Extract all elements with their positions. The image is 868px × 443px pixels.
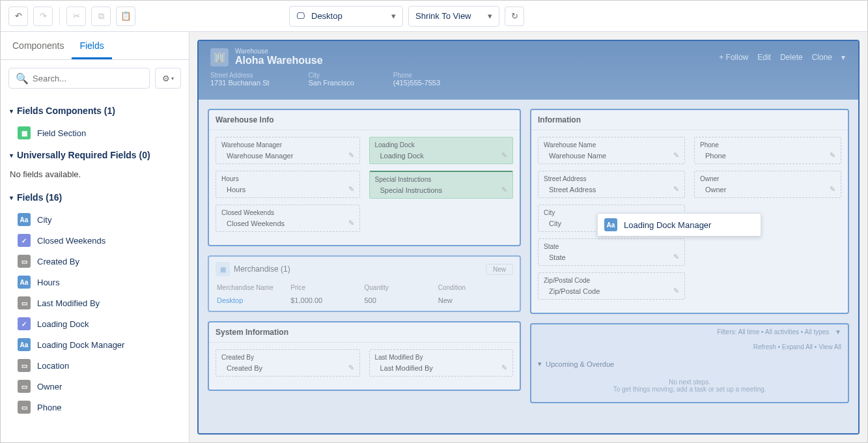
settings-button[interactable]: ⚙ ▾ — [155, 68, 181, 89]
field-last-modified-by[interactable]: Last Modified By Last Modified By✎ — [369, 349, 514, 377]
edit-icon[interactable]: ✎ — [501, 186, 507, 194]
sidebar-field-phone[interactable]: ▭Phone — [8, 397, 181, 418]
card-activity[interactable]: Filters: All time • All activities • All… — [530, 323, 849, 403]
copy-button[interactable]: ⧉ — [91, 7, 111, 26]
sidebar-field-loading-dock[interactable]: ✓Loading Dock — [8, 313, 181, 334]
upcoming-overdue[interactable]: ▾ Upcoming & Overdue — [531, 354, 848, 373]
text-field-icon: Aa — [604, 218, 617, 231]
edit-icon[interactable]: ✎ — [673, 253, 679, 261]
clone-button[interactable]: Clone — [812, 53, 832, 62]
edit-button[interactable]: Edit — [757, 53, 771, 62]
chevron-down-icon: ▾ — [538, 360, 542, 368]
chevron-down-icon: ▾ — [10, 107, 13, 115]
field-closed-weekends[interactable]: Closed WeekendsClosed Weekends✎ — [216, 205, 360, 232]
chevron-down-icon: ▾ — [391, 11, 396, 21]
field-hours[interactable]: HoursHours✎ — [216, 171, 360, 198]
section-fields-components[interactable]: ▾ Fields Components (1) — [8, 99, 181, 122]
sidebar-item-field-section[interactable]: ▦ Field Section — [8, 122, 181, 143]
tab-components[interactable]: Components — [5, 32, 72, 59]
field-type-icon: ✓ — [18, 234, 31, 247]
edit-icon[interactable]: ✎ — [673, 185, 679, 193]
tab-fields[interactable]: Fields — [72, 32, 111, 59]
device-select[interactable]: 🖵 Desktop ▾ — [289, 6, 403, 27]
field-state[interactable]: StateState✎ — [538, 238, 685, 266]
field-warehouse-manager[interactable]: Warehouse ManagerWarehouse Manager✎ — [216, 137, 360, 164]
monitor-icon: 🖵 — [296, 11, 305, 21]
search-input-wrapper: 🔍 — [8, 68, 150, 89]
merchandise-icon: ▦ — [216, 262, 230, 276]
field-type-icon: ▭ — [18, 401, 31, 414]
sidebar-field-last-modified-by[interactable]: ▭Last Modified By — [8, 293, 181, 313]
undo-button[interactable]: ↶ — [8, 7, 28, 26]
redo-button[interactable]: ↷ — [33, 7, 53, 26]
top-toolbar: ↶ ↷ ✂ ⧉ 📋 🖵 Desktop ▾ Shrink To View ▾ ↻ — [1, 1, 867, 32]
filter-icon[interactable]: ▼ — [835, 328, 841, 336]
edit-icon[interactable]: ✎ — [501, 364, 507, 372]
edit-icon[interactable]: ✎ — [348, 364, 354, 372]
field-type-icon: ▭ — [18, 255, 31, 268]
delete-button[interactable]: Delete — [780, 53, 803, 62]
drag-chip-loading-dock-manager[interactable]: Aa Loading Dock Manager — [597, 213, 761, 236]
activity-empty-title: No next steps. — [538, 379, 841, 386]
edit-icon[interactable]: ✎ — [348, 185, 354, 193]
zoom-label: Shrink To View — [415, 11, 471, 21]
field-street-address[interactable]: Street AddressStreet Address✎ — [538, 171, 685, 198]
section-required-fields[interactable]: ▾ Universally Required Fields (0) — [8, 143, 181, 167]
zoom-select[interactable]: Shrink To View ▾ — [408, 6, 499, 27]
sidebar-field-owner[interactable]: ▭Owner — [8, 376, 181, 397]
edit-icon[interactable]: ✎ — [673, 151, 679, 160]
sidebar-field-closed-weekends[interactable]: ✓Closed Weekends — [8, 230, 181, 251]
field-loading-dock[interactable]: Loading DockLoading Dock✎ — [369, 137, 514, 164]
edit-icon[interactable]: ✎ — [830, 151, 835, 160]
record-header: 🏢 Warehouse Aloha Warehouse + Follow Edi… — [199, 41, 858, 100]
field-special-instructions[interactable]: Special InstructionsSpecial Instructions… — [369, 171, 514, 199]
object-type: Warehouse — [235, 48, 323, 55]
gear-icon: ⚙ — [162, 74, 170, 83]
sidebar: Components Fields 🔍 ⚙ ▾ ▾ Fields Compone… — [1, 32, 189, 442]
edit-icon[interactable]: ✎ — [348, 151, 354, 160]
paste-button[interactable]: 📋 — [116, 7, 135, 26]
chevron-down-icon: ▾ — [10, 152, 13, 159]
edit-icon[interactable]: ✎ — [348, 219, 354, 227]
sidebar-field-created-by[interactable]: ▭Created By — [8, 251, 181, 272]
follow-button[interactable]: + Follow — [719, 53, 748, 62]
activity-filters[interactable]: Filters: All time • All activities • All… — [717, 328, 829, 336]
field-owner[interactable]: OwnerOwner✎ — [694, 171, 841, 198]
drag-chip-label: Loading Dock Manager — [624, 220, 711, 230]
section-fields[interactable]: ▾ Fields (16) — [8, 186, 181, 209]
field-section-icon: ▦ — [18, 126, 31, 139]
field-type-icon: ▭ — [18, 296, 31, 309]
field-type-icon: ▭ — [18, 380, 31, 393]
card-system-info[interactable]: System Information Created By Created By… — [208, 321, 521, 391]
sidebar-field-city[interactable]: AaCity — [8, 209, 181, 230]
field-phone[interactable]: PhonePhone✎ — [694, 137, 841, 164]
toolbar-divider — [59, 7, 60, 25]
card-title: Warehouse Info — [209, 110, 520, 130]
field-created-by[interactable]: Created By Created By✎ — [216, 349, 360, 377]
sidebar-field-loading-dock-manager[interactable]: AaLoading Dock Manager — [8, 334, 181, 355]
sidebar-field-location[interactable]: ▭Location — [8, 355, 181, 376]
edit-icon[interactable]: ✎ — [673, 287, 679, 295]
sidebar-field-hours[interactable]: AaHours — [8, 272, 181, 293]
field-type-icon: ✓ — [18, 317, 31, 330]
edit-icon[interactable]: ✎ — [501, 151, 507, 160]
field-type-icon: Aa — [18, 213, 31, 226]
activity-links[interactable]: Refresh • Expand All • View All — [531, 339, 848, 354]
chevron-down-icon: ▾ — [10, 194, 13, 201]
chevron-down-icon[interactable]: ▾ — [841, 53, 845, 62]
edit-icon[interactable]: ✎ — [830, 185, 835, 193]
field-type-icon: Aa — [18, 338, 31, 351]
cut-button[interactable]: ✂ — [66, 7, 86, 26]
refresh-button[interactable]: ↻ — [505, 7, 524, 26]
card-merchandise[interactable]: ▦Merchandise (1) New Merchandise NamePri… — [208, 255, 521, 312]
field-zip/postal-code[interactable]: Zip/Postal CodeZip/Postal Code✎ — [538, 272, 685, 300]
field-warehouse-name[interactable]: Warehouse NameWarehouse Name✎ — [538, 137, 685, 164]
card-warehouse-info[interactable]: Warehouse Info Warehouse ManagerWarehous… — [208, 109, 521, 246]
record-icon: 🏢 — [210, 48, 229, 66]
chevron-down-icon: ▾ — [171, 76, 174, 81]
field-type-icon: Aa — [18, 276, 31, 289]
field-type-icon: ▭ — [18, 359, 31, 372]
card-information[interactable]: Information Warehouse NameWarehouse Name… — [530, 109, 849, 314]
search-input[interactable] — [33, 74, 143, 83]
new-button[interactable]: New — [486, 264, 513, 275]
